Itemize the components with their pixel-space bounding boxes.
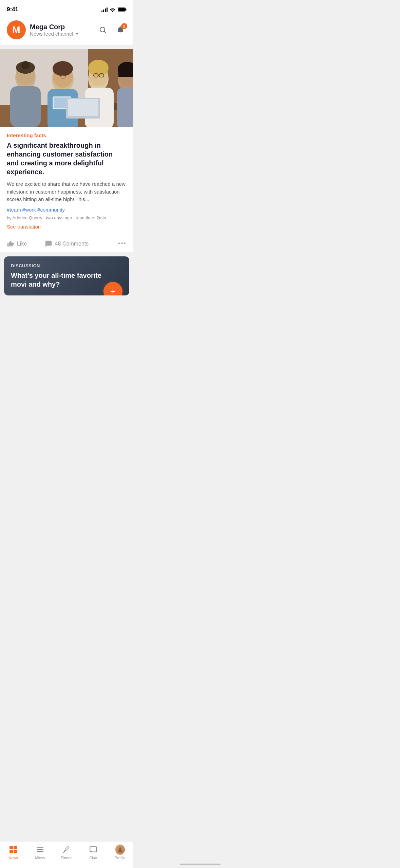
comments-button[interactable]: 48 Comments [38,240,95,248]
article-meta: by Adorlee Querry · two days ago · read … [7,215,127,220]
svg-rect-31 [117,88,133,127]
company-logo[interactable]: M [7,20,26,39]
search-button[interactable] [97,24,109,36]
wifi-icon [110,7,116,12]
logo-letter: M [12,24,20,35]
article-card: Interesting facts A significant breakthr… [0,49,133,252]
discussion-label: Discussion [11,263,122,268]
article-footer: Like 48 Comments ••• [0,235,133,252]
chevron-down-icon [75,33,79,35]
channel-selector[interactable]: News feed channel [30,31,93,37]
svg-point-26 [88,60,109,76]
app-header: M Mega Corp News feed channel 2 [0,16,133,45]
see-translation-button[interactable]: See translation [7,224,127,230]
article-image [0,49,133,127]
svg-point-19 [53,61,73,76]
thumbs-up-icon [7,240,14,248]
photo-illustration [0,49,133,127]
battery-icon [118,7,127,12]
like-button[interactable]: Like [7,240,35,248]
company-name: Mega Corp [30,23,93,31]
signal-icon [101,7,108,12]
search-icon [99,26,107,34]
channel-name: News feed channel [30,31,73,37]
header-text: Mega Corp News feed channel [30,23,93,37]
article-tags[interactable]: #team #work #community [7,207,127,213]
like-label: Like [17,241,27,247]
svg-point-15 [21,61,30,69]
svg-rect-1 [126,8,127,10]
comments-label: 48 Comments [55,241,89,247]
plus-icon: + [110,287,116,295]
header-actions: 2 [97,24,127,36]
svg-rect-34 [118,69,133,77]
article-excerpt: We are excited to share that we have rea… [7,180,127,203]
article-headline: A significant breakthrough in enhancing … [7,141,127,176]
notifications-button[interactable]: 2 [114,24,127,36]
svg-rect-2 [118,8,125,11]
status-time: 9:41 [7,6,18,13]
status-icons [101,7,127,12]
discussion-card[interactable]: Discussion What's your all-time favorite… [4,256,129,295]
article-category[interactable]: Interesting facts [7,132,127,138]
svg-line-4 [104,32,106,33]
status-bar: 9:41 [0,0,133,16]
main-content: Interesting facts A significant breakthr… [0,45,133,333]
more-options-button[interactable]: ••• [98,240,127,247]
comment-icon [45,240,52,248]
ellipsis-icon: ••• [118,240,127,247]
article-body: Interesting facts A significant breakthr… [0,127,133,235]
nav-spacer [0,300,133,329]
svg-rect-36 [68,99,98,116]
svg-rect-12 [10,86,41,127]
notification-count: 2 [121,23,127,29]
